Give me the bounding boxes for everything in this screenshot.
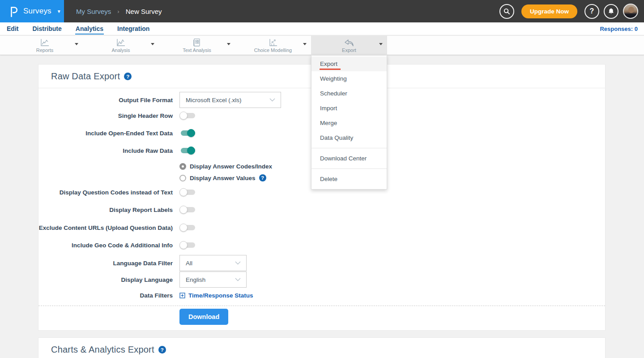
data-filters-row: Data Filters Time/Response Status [38,291,605,300]
menu-item-weighting[interactable]: Weighting [311,71,387,86]
charts-analytics-title: Charts & Analytics Export [51,345,154,355]
download-section: Download [38,306,605,325]
topbar-actions: Upgrade Now ? [499,4,644,19]
report-labels-row: Display Report Labels [38,204,605,215]
single-header-toggle[interactable] [179,111,196,120]
menu-item-import[interactable]: Import [311,101,387,116]
menu-item-merge[interactable]: Merge [311,116,387,130]
breadcrumb-current-survey: New Survey [126,8,162,15]
language-filter-select[interactable]: All [179,255,247,271]
answer-values-radio-label: Display Answer Values [190,175,256,181]
toolbar-reports-label: Reports [36,47,54,53]
open-ended-label: Include Open-Ended Text Data [38,130,173,137]
output-file-format-value: Microsoft Excel (.xls) [186,97,242,104]
toolbar-text-analysis[interactable]: Text Analysis [159,36,235,55]
choice-modelling-dropdown-caret[interactable] [303,43,307,45]
download-button[interactable]: Download [179,309,228,325]
reports-dropdown-caret[interactable] [75,43,78,45]
language-filter-label: Language Data Filter [38,260,173,267]
search-icon [503,8,510,15]
display-language-select[interactable]: English [179,272,247,288]
geo-code-row: Include Geo Code & Additional Info [38,240,605,250]
scatter-chart-icon [268,38,278,47]
answer-values-help-icon[interactable]: ? [259,174,266,181]
toolbar-export[interactable]: Export [311,36,387,55]
breadcrumb-my-surveys[interactable]: My Surveys [76,8,111,15]
exclude-urls-label: Exclude Content URLs (Upload Question Da… [38,224,173,231]
menu-item-download-center[interactable]: Download Center [311,151,387,166]
single-header-label: Single Header Row [38,112,173,119]
questionpro-logo-icon [9,5,19,17]
menu-item-delete[interactable]: Delete [311,172,387,186]
chevron-down-icon [235,278,241,281]
user-avatar[interactable] [623,4,638,19]
analysis-dropdown-caret[interactable] [151,43,154,45]
answer-codes-radio[interactable] [179,163,186,170]
chevron-down-icon [269,98,275,102]
help-button[interactable]: ? [584,4,599,19]
menu-divider [311,148,387,148]
exclude-urls-row: Exclude Content URLs (Upload Question Da… [38,222,605,233]
bell-icon [608,8,614,15]
toolbar-choice-modelling[interactable]: Choice Modelling [235,36,311,55]
top-bar: Surveys ▼ My Surveys › New Survey Upgrad… [0,0,644,22]
toolbar-analysis[interactable]: Analysis [83,36,159,55]
plus-square-icon [179,293,185,298]
data-filters-label: Data Filters [38,292,173,299]
output-file-format-select[interactable]: Microsoft Excel (.xls) [179,92,281,108]
menu-item-data-quality[interactable]: Data Quality [311,130,387,145]
upgrade-now-button[interactable]: Upgrade Now [521,4,577,18]
include-raw-data-toggle[interactable] [179,146,196,155]
include-raw-data-label: Include Raw Data [38,147,173,154]
chevron-down-icon [235,261,241,265]
chevron-down-icon: ▼ [57,9,61,14]
menu-item-scheduler[interactable]: Scheduler [311,86,387,101]
question-codes-toggle[interactable] [179,188,196,197]
charts-analytics-export-card: Charts & Analytics Export ? [38,337,606,358]
toolbar-reports[interactable]: Reports [7,36,83,55]
export-dropdown-caret[interactable] [379,43,383,45]
report-labels-label: Display Report Labels [38,207,173,213]
export-arrow-icon [344,38,354,47]
line-chart-icon [40,38,50,47]
toolbar-text-analysis-label: Text Analysis [183,47,211,53]
multi-line-chart-icon [116,38,126,47]
menu-divider [311,168,387,169]
export-dropdown-menu: Export Weighting Scheduler Import Merge … [311,55,387,190]
exclude-urls-toggle[interactable] [179,223,196,232]
responses-count: Responses: 0 [600,26,638,32]
notifications-button[interactable] [604,4,618,19]
menu-item-export[interactable]: Export [311,56,387,71]
answer-values-radio[interactable] [179,175,186,181]
raw-data-export-title: Raw Data Export [51,71,120,82]
charts-analytics-header: Charts & Analytics Export ? [38,338,605,358]
search-button[interactable] [499,4,514,19]
geo-code-label: Include Geo Code & Additional Info [38,242,173,249]
display-language-row: Display Language English [38,272,605,288]
time-response-status-link[interactable]: Time/Response Status [179,292,253,299]
tab-integration[interactable]: Integration [117,23,150,35]
brand-label: Surveys [23,7,51,16]
breadcrumb-separator: › [117,8,119,15]
brand-menu[interactable]: Surveys ▼ [0,0,64,22]
output-file-format-label: Output File Format [38,97,173,104]
open-ended-toggle[interactable] [179,129,196,138]
text-analysis-dropdown-caret[interactable] [227,43,230,45]
document-grid-icon [193,38,201,47]
tab-distribute[interactable]: Distribute [32,23,62,35]
language-filter-row: Language Data Filter All [38,255,605,271]
tab-edit[interactable]: Edit [6,23,19,35]
charts-analytics-help-icon[interactable]: ? [158,346,166,354]
geo-code-toggle[interactable] [179,241,196,250]
toolbar-export-label: Export [342,47,356,53]
question-codes-label: Display Question Codes instead of Text [38,189,173,196]
tab-analytics[interactable]: Analytics [75,23,104,35]
time-response-status-text: Time/Response Status [188,292,253,299]
analytics-toolbar: Reports Analysis Text Analysis Choice Mo… [0,36,644,55]
breadcrumb: My Surveys › New Survey [76,8,162,15]
answer-codes-radio-label: Display Answer Codes/Index [190,163,272,170]
report-labels-toggle[interactable] [179,205,196,214]
raw-data-export-help-icon[interactable]: ? [124,73,132,80]
display-language-label: Display Language [38,276,173,283]
display-language-value: English [186,276,205,283]
